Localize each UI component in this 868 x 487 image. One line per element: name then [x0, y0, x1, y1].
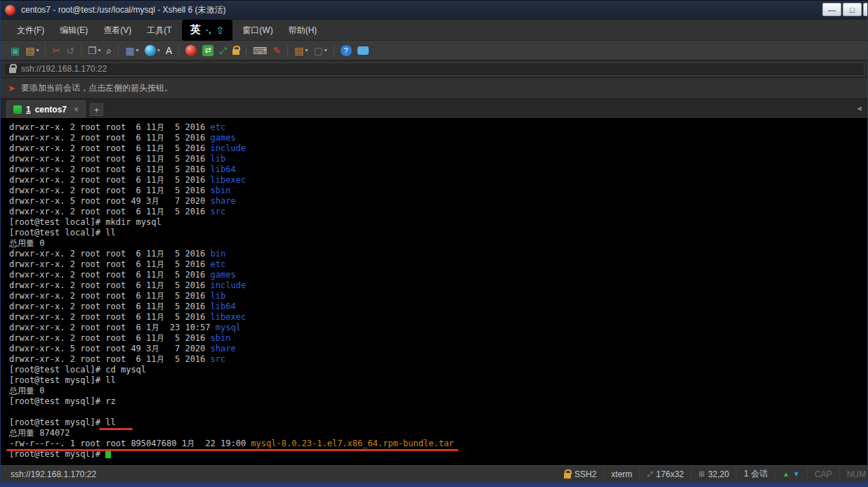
tab-scroll-left-icon[interactable]: ◄	[855, 104, 863, 112]
terminal-line: drwxr-xr-x. 5 root root 49 3月 7 2020 sha…	[9, 344, 867, 354]
down-arrow-icon[interactable]: ▼	[793, 470, 800, 478]
status-right-group: SSH2 xterm ⤢ 176x32 ⊞ 32,20 1 会话 ▲ ▼ CAP…	[557, 466, 867, 482]
terminal-line: drwxr-xr-x. 2 root root 6 11月 5 2016 gam…	[9, 270, 867, 280]
tab-close-icon[interactable]: ×	[74, 105, 79, 115]
status-cursor-position: ⊞ 32,20	[691, 469, 736, 480]
new-session-icon: ▣	[11, 46, 20, 56]
dropdown-caret-icon[interactable]: ▾	[36, 47, 39, 53]
terminal-line: drwxr-xr-x. 2 root root 6 11月 5 2016 etc	[9, 259, 867, 270]
secure-lock-icon	[564, 473, 571, 479]
minimize-button[interactable]: —	[822, 3, 841, 16]
disconnect-icon: ✂	[52, 46, 60, 56]
help-icon[interactable]: ?	[338, 43, 354, 58]
keyboard-icon[interactable]: ⌨	[251, 43, 269, 58]
dropdown-caret-icon[interactable]: ▾	[305, 47, 308, 53]
toolbar-separator	[287, 44, 288, 57]
font-icon: A	[166, 46, 172, 56]
tab-bar: 1 centos7 × + ◄	[1, 98, 867, 118]
dropdown-caret-icon[interactable]: ▾	[157, 47, 160, 53]
status-bar: ssh://192.168.1.170:22 SSH2 xterm ⤢ 176x…	[1, 465, 867, 482]
terminal[interactable]: drwxr-xr-x. 2 root root 6 11月 5 2016 etc…	[1, 118, 867, 465]
menu-item[interactable]: 窗口(W)	[235, 20, 280, 41]
terminal-line: drwxr-xr-x. 2 root root 6 11月 5 2016 lib…	[9, 312, 867, 323]
session-url: ssh://192.168.1.170:22	[21, 64, 107, 74]
dropdown-caret-icon[interactable]: ▾	[136, 47, 139, 53]
highlighter-icon[interactable]: ✎	[270, 43, 283, 58]
add-session-arrow-icon: ➤	[8, 83, 15, 93]
ime-indicator[interactable]: 英 ·, ⇧	[182, 20, 233, 41]
views-icon[interactable]: ▢▾	[311, 43, 329, 58]
folder-icon[interactable]: ▤▾	[292, 43, 310, 58]
highlighter-icon: ✎	[272, 46, 281, 56]
tab-centos7[interactable]: 1 centos7 ×	[6, 100, 86, 118]
messenger-icon[interactable]	[355, 43, 371, 58]
maximize-button[interactable]: □	[843, 3, 862, 16]
terminal-line: [root@test mysql]# ll	[9, 375, 867, 386]
open-sessions-icon: ▤	[25, 46, 34, 56]
terminal-type-label: xterm	[611, 469, 632, 479]
toolbar-separator	[118, 44, 119, 57]
menu-item[interactable]: 工具(T	[139, 20, 179, 41]
new-session-icon[interactable]: ▣	[8, 43, 22, 58]
annotation-underline-ll	[99, 428, 133, 430]
font-icon[interactable]: A	[164, 43, 174, 58]
fullscreen-icon: ⤢	[219, 46, 227, 56]
address-bar: ssh://192.168.1.170:22	[1, 60, 867, 77]
terminal-line: drwxr-xr-x. 2 root root 6 11月 5 2016 src	[9, 354, 867, 365]
toolbar-separator	[81, 44, 81, 57]
keyboard-icon: ⌨	[253, 46, 267, 56]
terminal-line: drwxr-xr-x. 2 root root 6 11月 5 2016 sbi…	[9, 333, 867, 344]
terminal-line: 总用量 0	[9, 386, 867, 396]
lock-icon[interactable]	[230, 43, 242, 58]
terminal-line: drwxr-xr-x. 2 root root 6 11月 5 2016 lib…	[9, 301, 867, 312]
menu-item[interactable]: 查看(V)	[96, 20, 139, 41]
globe-icon[interactable]: ▾	[143, 43, 162, 58]
tab-label: centos7	[35, 105, 67, 115]
tab-number: 1	[26, 105, 31, 115]
terminal-line: [root@test local]# ll	[9, 228, 867, 238]
menu-item[interactable]: 编辑(E)	[52, 20, 96, 41]
session-count-label: 1 会话	[744, 468, 768, 480]
address-field[interactable]: ssh://192.168.1.170:22	[4, 63, 864, 76]
terminal-line	[9, 407, 867, 417]
reconnect-icon[interactable]: ↺	[64, 43, 77, 58]
open-sessions-icon[interactable]: ▤▾	[23, 43, 41, 58]
session-connected-icon	[13, 105, 22, 114]
status-protocol: SSH2	[557, 469, 603, 480]
globe-icon	[145, 45, 156, 56]
xshell-icon[interactable]	[183, 43, 199, 58]
terminal-line: drwxr-xr-x. 2 root root 6 11月 5 2016 etc	[9, 122, 867, 133]
close-button[interactable]: ×	[863, 3, 867, 16]
terminal-line: drwxr-xr-x. 2 root root 6 11月 5 2016 lib	[9, 291, 867, 301]
xftp-icon[interactable]: ⇄	[200, 43, 216, 58]
session-manager-icon[interactable]: ▦▾	[123, 43, 140, 58]
terminal-line: drwxr-xr-x. 2 root root 6 11月 5 2016 lib	[9, 154, 867, 164]
fullscreen-icon[interactable]: ⤢	[217, 43, 229, 58]
disconnect-icon[interactable]: ✂	[50, 43, 63, 58]
status-terminal-size: ⤢ 176x32	[639, 469, 690, 480]
dropdown-caret-icon[interactable]: ▾	[324, 47, 327, 53]
new-window-icon[interactable]: ❐▾	[86, 43, 103, 58]
ime-shape-icon: ⇧	[216, 25, 225, 36]
toolbar-separator	[334, 44, 334, 57]
messenger-icon	[357, 46, 369, 55]
menu-item[interactable]: 文件(F)	[9, 20, 52, 41]
new-window-icon: ❐	[88, 46, 97, 56]
terminal-line: drwxr-xr-x. 2 root root 6 11月 5 2016 inc…	[9, 143, 867, 154]
ime-language-icon: 英	[190, 23, 201, 37]
up-arrow-icon[interactable]: ▲	[782, 470, 789, 478]
terminal-line: drwxr-xr-x. 2 root root 6 11月 5 2016 sbi…	[9, 186, 867, 196]
terminal-line: [root@test local]# mkdir mysql	[9, 217, 867, 228]
status-host: ssh://192.168.1.170:22	[11, 469, 96, 479]
resize-icon: ⤢	[647, 470, 652, 479]
find-icon[interactable]: ⌕	[105, 43, 114, 58]
window-title: centos7 - root@test:/usr/local/mysql - X…	[21, 4, 226, 16]
caps-lock-indicator: CAP	[807, 469, 839, 480]
status-session-count: 1 会话	[736, 469, 775, 480]
menu-item[interactable]: 帮助(H)	[281, 20, 325, 41]
dropdown-caret-icon[interactable]: ▾	[98, 47, 101, 53]
new-tab-button[interactable]: +	[90, 103, 103, 116]
xshell-app-icon	[5, 5, 15, 15]
title-bar[interactable]: centos7 - root@test:/usr/local/mysql - X…	[1, 0, 867, 19]
terminal-line: [root@test mysql]# rz	[9, 396, 867, 407]
